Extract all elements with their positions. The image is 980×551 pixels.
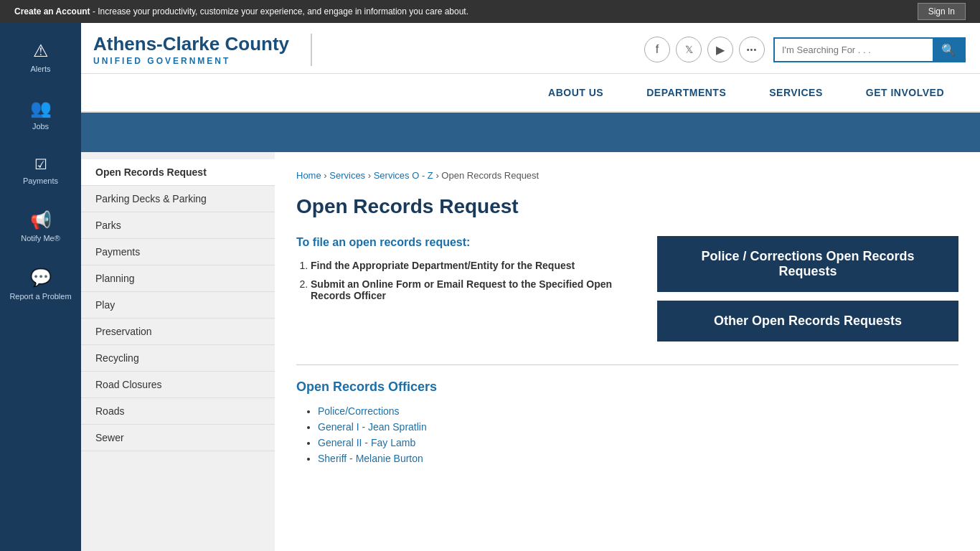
top-banner: Create an Account - Increase your produc… (0, 0, 980, 23)
main-content: Home › Services › Services O - Z › Open … (275, 152, 980, 551)
content-area: Open Records Request Parking Decks & Par… (81, 152, 980, 551)
logo-name: Athens-Clarke County (93, 34, 289, 55)
left-sidebar: ⚠ Alerts 👥 Jobs ☑ Payments 📢 Notify Me® … (0, 23, 81, 551)
logo-sub: UNIFIED GOVERNMENT (93, 56, 289, 66)
list-item: General I - Jean Spratlin (318, 421, 958, 433)
create-account-link[interactable]: Create an Account (14, 6, 90, 17)
officers-list: Police/Corrections General I - Jean Spra… (296, 405, 958, 464)
section-divider (296, 364, 958, 365)
steps-list: Find the Appropriate Department/Entity f… (296, 260, 636, 301)
search-button[interactable]: 🔍 (933, 39, 964, 61)
left-nav-item-preservation[interactable]: Preservation (81, 319, 275, 345)
left-nav-item-roads[interactable]: Roads (81, 398, 275, 425)
step-1: Find the Appropriate Department/Entity f… (311, 260, 636, 271)
file-heading: To file an open records request: (296, 236, 636, 249)
left-nav-item-road-closures[interactable]: Road Closures (81, 372, 275, 398)
sign-in-button[interactable]: Sign In (918, 3, 966, 20)
left-nav-item-recycling[interactable]: Recycling (81, 345, 275, 372)
jobs-icon: 👥 (30, 98, 52, 118)
payments-icon: ☑ (34, 156, 47, 173)
banner-text: Create an Account - Increase your produc… (14, 6, 468, 17)
page-layout: ⚠ Alerts 👥 Jobs ☑ Payments 📢 Notify Me® … (0, 152, 980, 551)
more-icon[interactable]: ••• (739, 37, 765, 62)
breadcrumb-services-oz[interactable]: Services O - Z (374, 170, 433, 181)
step-2: Submit an Online Form or Email Request t… (311, 278, 636, 301)
nav-get-involved[interactable]: GET INVOLVED (844, 74, 966, 111)
left-nav-item-sewer[interactable]: Sewer (81, 425, 275, 451)
sidebar-item-jobs[interactable]: 👥 Jobs (0, 88, 81, 141)
breadcrumb-services[interactable]: Services (329, 170, 365, 181)
search-input[interactable] (775, 39, 933, 61)
nav-departments[interactable]: DEPARTMENTS (625, 74, 748, 111)
search-bar: 🔍 (773, 37, 966, 62)
officers-title: Open Records Officers (296, 380, 958, 395)
social-icons: f 𝕏 ▶ ••• (644, 37, 765, 62)
main-nav: ABOUT US DEPARTMENTS SERVICES GET INVOLV… (0, 74, 980, 113)
body-right: Police / Corrections Open Records Reques… (657, 236, 958, 350)
left-nav-item-parking[interactable]: Parking Decks & Parking (81, 186, 275, 212)
report-label: Report a Problem (9, 291, 71, 301)
sidebar-item-notify[interactable]: 📢 Notify Me® (0, 199, 81, 253)
nav-services[interactable]: SERVICES (748, 74, 844, 111)
logo-area: Athens-Clarke County UNIFIED GOVERNMENT (93, 34, 312, 66)
other-records-button[interactable]: Other Open Records Requests (657, 301, 958, 342)
list-item: General II - Fay Lamb (318, 437, 958, 448)
notify-label: Notify Me® (21, 234, 60, 242)
officers-section: Open Records Officers Police/Corrections… (296, 380, 958, 464)
sidebar-item-report[interactable]: 💬 Report a Problem (0, 257, 81, 312)
officer-police[interactable]: Police/Corrections (318, 405, 400, 417)
header: Athens-Clarke County UNIFIED GOVERNMENT … (0, 23, 980, 74)
alert-icon: ⚠ (33, 41, 49, 61)
header-right: f 𝕏 ▶ ••• 🔍 (341, 37, 966, 62)
blue-banner (0, 113, 980, 152)
notify-icon: 📢 (30, 210, 52, 230)
breadcrumb-home[interactable]: Home (296, 170, 321, 181)
officer-general-2[interactable]: General II - Fay Lamb (318, 437, 415, 448)
youtube-icon[interactable]: ▶ (707, 37, 733, 62)
breadcrumb-current: Open Records Request (441, 170, 539, 181)
page-title: Open Records Request (296, 195, 958, 218)
left-nav-menu: Open Records Request Parking Decks & Par… (81, 152, 275, 551)
alerts-label: Alerts (30, 65, 50, 73)
officer-general-1[interactable]: General I - Jean Spratlin (318, 421, 427, 433)
twitter-icon[interactable]: 𝕏 (676, 37, 702, 62)
list-item: Police/Corrections (318, 405, 958, 417)
body-grid: To file an open records request: Find th… (296, 236, 958, 350)
police-corrections-button[interactable]: Police / Corrections Open Records Reques… (657, 236, 958, 292)
left-nav-item-parks[interactable]: Parks (81, 212, 275, 239)
jobs-label: Jobs (32, 122, 49, 131)
left-nav-item-play[interactable]: Play (81, 292, 275, 319)
sidebar-item-alerts[interactable]: ⚠ Alerts (0, 30, 81, 84)
left-nav-item-payments[interactable]: Payments (81, 239, 275, 265)
report-icon: 💬 (30, 268, 52, 288)
social-search-area: f 𝕏 ▶ ••• 🔍 (644, 37, 966, 62)
nav-about-us[interactable]: ABOUT US (527, 74, 625, 111)
breadcrumb: Home › Services › Services O - Z › Open … (296, 170, 958, 181)
facebook-icon[interactable]: f (644, 37, 670, 62)
left-nav-item-planning[interactable]: Planning (81, 265, 275, 292)
left-nav-item-open-records[interactable]: Open Records Request (81, 159, 275, 186)
officer-sheriff[interactable]: Sheriff - Melanie Burton (318, 453, 423, 464)
payments-label: Payments (23, 176, 58, 185)
list-item: Sheriff - Melanie Burton (318, 453, 958, 464)
body-left: To file an open records request: Find th… (296, 236, 636, 350)
sidebar-item-payments[interactable]: ☑ Payments (0, 145, 81, 196)
